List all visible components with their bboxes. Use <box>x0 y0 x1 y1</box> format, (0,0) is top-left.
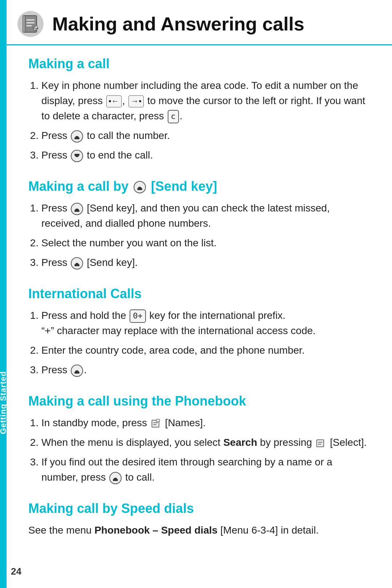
send-key-icon-3 <box>71 257 83 270</box>
svg-rect-1 <box>23 16 25 32</box>
svg-rect-10 <box>74 154 79 155</box>
send-key-list: Press [Send key], and then you can check… <box>28 201 370 270</box>
making-a-call-list: Key in phone number including the area c… <box>28 78 370 163</box>
section-making-a-call-phonebook: Making a call using the Phonebook In sta… <box>28 394 370 485</box>
zero-plus-key: 0+ <box>130 309 146 323</box>
section-speed-dials: Making call by Speed dials See the menu … <box>28 501 370 538</box>
list-item: Press to call the number. <box>41 128 370 143</box>
international-calls-list: Press and hold the 0+ key for the intern… <box>28 308 370 378</box>
svg-rect-12 <box>137 189 142 190</box>
send-key-icon-1 <box>71 130 83 143</box>
sidebar-label: Getting Started <box>0 371 8 434</box>
page-header: Making and Answering calls <box>7 0 392 45</box>
list-item: Press and hold the 0+ key for the intern… <box>41 308 370 338</box>
section-making-a-call: Making a call Key in phone number includ… <box>28 56 370 163</box>
list-item: When the menu is displayed, you select S… <box>41 435 370 450</box>
page-number-footer: 24 <box>11 566 21 577</box>
svg-rect-27 <box>113 480 118 481</box>
list-item: Press to end the call. <box>41 148 370 163</box>
page-number: 24 <box>11 566 21 577</box>
list-item: Enter the country code, area code, and t… <box>41 343 370 358</box>
svg-rect-14 <box>74 211 79 212</box>
phonebook-list: In standby mode, press [Names]. When the… <box>28 415 370 485</box>
list-item: Key in phone number including the area c… <box>41 78 370 124</box>
page-container: Getting Started Making and Answering cal… <box>0 0 392 588</box>
speed-dials-text: See the menu Phonebook – Speed dials [Me… <box>28 523 370 538</box>
names-key-icon <box>151 418 162 429</box>
list-item: If you find out the desired item through… <box>41 455 370 485</box>
send-key-icon-title <box>134 181 146 193</box>
end-key-icon-1 <box>71 150 83 162</box>
section-title-phonebook: Making a call using the Phonebook <box>28 394 370 409</box>
list-item: Press [Send key], and then you can check… <box>41 201 370 231</box>
book-icon <box>21 14 40 34</box>
section-title-making-a-call: Making a call <box>28 56 370 71</box>
section-international-calls: International Calls Press and hold the 0… <box>28 286 370 378</box>
send-key-icon-4 <box>71 365 83 377</box>
left-accent-bar <box>0 0 7 588</box>
right-arrow-key: →• <box>128 95 144 107</box>
page-title: Making and Answering calls <box>52 13 304 35</box>
svg-rect-20 <box>156 419 160 422</box>
section-making-a-call-send-key: Making a call by [Send key] Press [Se <box>28 179 370 270</box>
c-key: c <box>168 110 179 123</box>
section-title-international-calls: International Calls <box>28 286 370 301</box>
select-key-icon <box>315 438 326 449</box>
left-arrow-key: •← <box>106 95 122 107</box>
sidebar-label-container: Getting Started <box>0 345 7 461</box>
list-item: In standby mode, press [Names]. <box>41 415 370 431</box>
svg-rect-18 <box>74 373 79 374</box>
svg-rect-23 <box>317 440 324 447</box>
main-content: Making a call Key in phone number includ… <box>7 45 392 568</box>
list-item: Select the number you want on the list. <box>41 235 370 251</box>
svg-rect-8 <box>74 138 79 139</box>
send-key-icon-5 <box>109 472 122 484</box>
header-icon <box>17 11 44 37</box>
section-title-send-key: Making a call by [Send key] <box>28 179 370 194</box>
send-key-icon-2 <box>71 203 83 215</box>
list-item: Press [Send key]. <box>41 255 370 270</box>
list-item: Press . <box>41 362 370 378</box>
section-title-speed-dials: Making call by Speed dials <box>28 501 370 516</box>
svg-rect-16 <box>74 265 79 266</box>
